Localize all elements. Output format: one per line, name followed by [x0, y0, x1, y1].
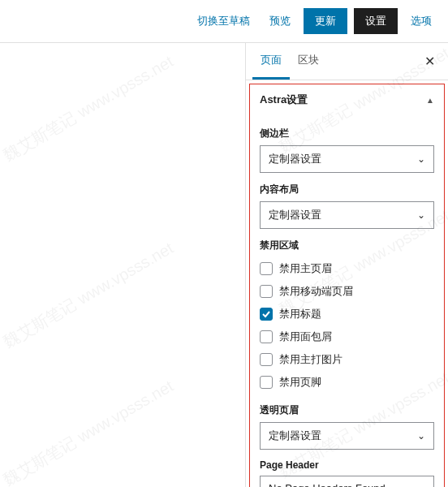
- astra-panel-header[interactable]: Astra设置 ▲: [250, 84, 444, 115]
- caret-up-icon: ▲: [426, 96, 434, 105]
- checkbox-label: 禁用移动端页眉: [279, 284, 353, 299]
- checkbox-label: 禁用主打图片: [279, 352, 342, 367]
- page-header-label: Page Header: [260, 459, 434, 471]
- settings-sidebar: 页面 区块 ✕ Astra设置 ▲ 侧边栏 定制器设置 ⌄: [245, 43, 448, 487]
- tab-block[interactable]: 区块: [290, 43, 327, 80]
- panel-title: Astra设置: [260, 93, 308, 107]
- transparent-header-select[interactable]: 定制器设置 ⌄: [260, 422, 434, 450]
- editor-canvas[interactable]: [0, 43, 245, 487]
- close-icon: ✕: [424, 54, 435, 68]
- select-value: 定制器设置: [269, 429, 321, 443]
- checkbox[interactable]: [260, 262, 273, 275]
- sidebar-tabs: 页面 区块 ✕: [246, 43, 448, 80]
- chevron-down-icon: ⌄: [417, 483, 425, 488]
- checkbox[interactable]: [260, 353, 273, 366]
- checkbox[interactable]: [260, 376, 273, 389]
- checkbox[interactable]: [260, 308, 273, 321]
- preview-button[interactable]: 预览: [263, 9, 297, 33]
- switch-to-draft-button[interactable]: 切换至草稿: [191, 9, 256, 33]
- checkbox-label: 禁用面包屑: [279, 330, 332, 344]
- top-actions: 切换至草稿 预览 更新 设置 选项: [0, 0, 448, 43]
- update-button[interactable]: 更新: [304, 8, 347, 34]
- checkbox[interactable]: [260, 285, 273, 298]
- sidebar-label: 侧边栏: [260, 127, 434, 140]
- select-value: 定制器设置: [269, 152, 321, 166]
- checkbox-row: 禁用移动端页眉: [260, 280, 434, 303]
- chevron-down-icon: ⌄: [417, 430, 425, 442]
- checkbox-label: 禁用标题: [279, 307, 321, 321]
- options-button[interactable]: 选项: [404, 9, 438, 33]
- checkbox-row: 禁用主页眉: [260, 257, 434, 280]
- select-value: 定制器设置: [269, 208, 321, 222]
- chevron-down-icon: ⌄: [417, 153, 425, 165]
- checkbox-row: 禁用标题: [260, 303, 434, 325]
- check-icon: [262, 310, 270, 318]
- astra-settings-panel: Astra设置 ▲ 侧边栏 定制器设置 ⌄ 内容布局 定制器设置 ⌄: [249, 84, 445, 487]
- select-value: No Page Headers Found: [269, 482, 386, 487]
- checkbox[interactable]: [260, 330, 273, 343]
- content-layout-select[interactable]: 定制器设置 ⌄: [260, 201, 434, 229]
- checkbox-row: 禁用页脚: [260, 371, 434, 394]
- disabled-area-label: 禁用区域: [260, 239, 434, 252]
- checkbox-row: 禁用面包屑: [260, 325, 434, 348]
- content-layout-label: 内容布局: [260, 183, 434, 196]
- page-header-select[interactable]: No Page Headers Found ⌄: [260, 476, 434, 487]
- chevron-down-icon: ⌄: [417, 209, 425, 221]
- transparent-header-label: 透明页眉: [260, 403, 434, 417]
- settings-button[interactable]: 设置: [354, 8, 398, 34]
- tab-page[interactable]: 页面: [252, 43, 290, 80]
- checkbox-label: 禁用页脚: [279, 375, 321, 390]
- checkbox-label: 禁用主页眉: [279, 261, 332, 276]
- sidebar-select[interactable]: 定制器设置 ⌄: [260, 145, 434, 173]
- checkbox-row: 禁用主打图片: [260, 348, 434, 371]
- close-sidebar-button[interactable]: ✕: [418, 47, 442, 75]
